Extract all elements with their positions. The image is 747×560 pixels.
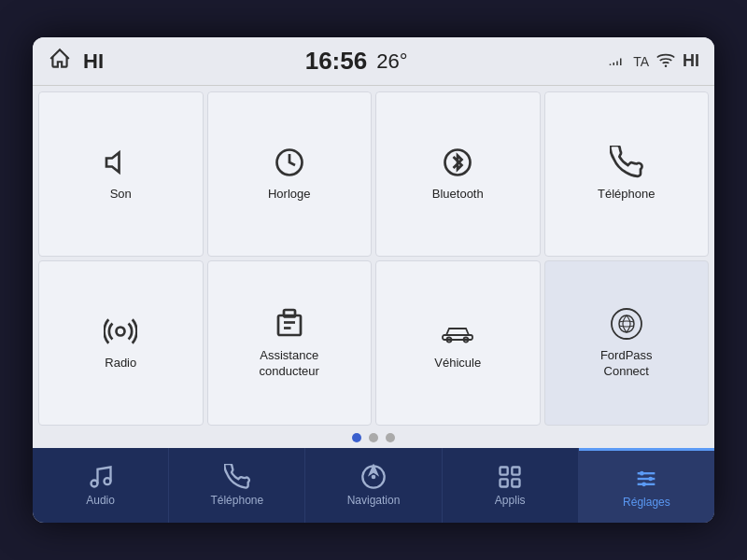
nav-applis[interactable]: Applis [443, 448, 579, 523]
dot-3[interactable] [386, 433, 395, 442]
settings-grid: Son Horloge [38, 91, 709, 426]
assistance-label: Assistance conducteur [260, 348, 319, 380]
nav-reglages[interactable]: Réglages [579, 448, 714, 523]
signal-icon [609, 51, 626, 72]
dot-1[interactable] [352, 433, 361, 442]
svg-rect-24 [500, 479, 508, 486]
vehicule-label: Véhicule [434, 356, 481, 371]
status-time: 16:56 [305, 47, 368, 76]
bottom-nav: Audio Téléphone Navigation [33, 448, 714, 523]
svg-point-21 [372, 475, 376, 480]
dot-2[interactable] [369, 433, 378, 442]
svg-rect-25 [513, 479, 520, 486]
nav-audio[interactable]: Audio [33, 448, 169, 523]
grid-item-radio[interactable]: Radio [38, 260, 204, 426]
grid-item-horloge[interactable]: Horloge [207, 91, 373, 257]
status-bar: HI 16:56 26° TA HI [33, 37, 714, 86]
svg-point-30 [649, 476, 654, 481]
telephone-label: Téléphone [598, 187, 655, 203]
svg-point-18 [104, 478, 110, 484]
speaker-icon [104, 146, 137, 179]
fordpass-icon [610, 307, 643, 341]
grid-item-son[interactable]: Son [38, 91, 204, 257]
page-dots [38, 426, 709, 448]
radio-label: Radio [105, 356, 136, 371]
navigation-label: Navigation [347, 494, 401, 507]
svg-rect-10 [284, 310, 295, 317]
status-hi-left: HI [83, 49, 104, 74]
status-ta: TA [633, 54, 649, 69]
telephone-nav-label: Téléphone [210, 494, 263, 507]
assistance-icon [273, 307, 306, 341]
status-hi-right: HI [683, 51, 699, 71]
grid-item-telephone[interactable]: Téléphone [544, 91, 710, 257]
phone-icon [610, 146, 643, 179]
status-right-group: TA HI [609, 51, 699, 72]
status-temperature: 26° [376, 49, 407, 74]
reglages-label: Réglages [623, 496, 670, 509]
svg-rect-22 [500, 468, 508, 475]
car-icon [441, 315, 474, 348]
main-screen: HI 16:56 26° TA HI [33, 37, 714, 523]
main-content: Son Horloge [33, 86, 714, 448]
svg-point-8 [117, 328, 125, 336]
apps-icon [497, 464, 523, 490]
audio-label: Audio [86, 494, 115, 507]
navigation-icon [360, 464, 387, 490]
svg-rect-9 [278, 315, 301, 335]
phone-nav-icon [224, 464, 250, 490]
svg-point-4 [665, 64, 668, 67]
grid-item-bluetooth[interactable]: Bluetooth [375, 91, 541, 257]
wifi-icon [656, 52, 675, 71]
home-icon[interactable] [48, 47, 72, 77]
son-label: Son [110, 187, 132, 203]
svg-point-29 [640, 470, 644, 475]
fordpass-label: FordPass Connect [600, 348, 653, 380]
bluetooth-icon [441, 146, 474, 179]
svg-rect-23 [513, 468, 520, 475]
nav-telephone[interactable]: Téléphone [169, 448, 305, 523]
svg-point-16 [612, 309, 641, 339]
grid-item-fordpass[interactable]: FordPass Connect [544, 260, 710, 426]
settings-icon [633, 466, 659, 492]
bluetooth-label: Bluetooth [432, 187, 484, 203]
music-icon [88, 464, 114, 490]
svg-marker-5 [106, 153, 120, 173]
horloge-label: Horloge [268, 187, 311, 203]
svg-point-17 [91, 481, 97, 487]
clock-icon [273, 146, 306, 179]
nav-navigation[interactable]: Navigation [305, 448, 442, 523]
grid-item-vehicule[interactable]: Véhicule [375, 260, 541, 426]
grid-item-assistance[interactable]: Assistance conducteur [207, 260, 373, 426]
applis-label: Applis [495, 494, 526, 507]
radio-icon [104, 315, 137, 348]
svg-point-31 [642, 482, 647, 486]
